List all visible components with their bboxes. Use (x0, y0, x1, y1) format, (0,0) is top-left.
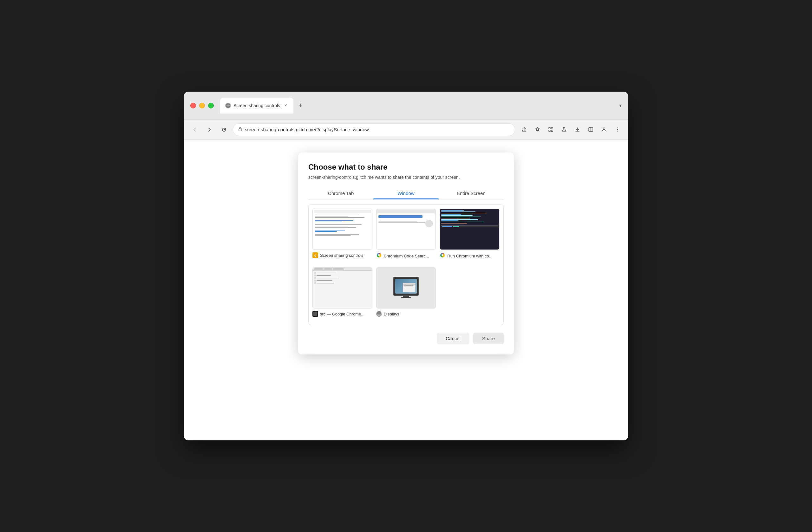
glitch-icon: g (313, 252, 318, 258)
window-label-screen-sharing: g Screen sharing controls (313, 252, 372, 258)
svg-point-20 (442, 255, 444, 256)
chrome-svg (376, 252, 382, 258)
window-name-screen-sharing: Screen sharing controls (320, 253, 363, 258)
window-thumbnail-screen-sharing (313, 209, 372, 250)
nav-bar: screen-sharing-controls.glitch.me/?displ… (184, 119, 628, 140)
title-bar: Screen sharing controls ✕ + ▾ (184, 92, 628, 119)
maximize-button[interactable] (208, 103, 214, 108)
tab-list-chevron[interactable]: ▾ (619, 102, 622, 108)
page-content: Choose what to share screen-sharing-cont… (184, 140, 628, 440)
modal-title: Choose what to share (308, 163, 504, 172)
svg-point-13 (603, 128, 605, 130)
chrome-icon-search (376, 252, 382, 259)
cancel-button[interactable]: Cancel (437, 332, 469, 344)
flask-icon (562, 127, 567, 132)
modal-footer: Cancel Share (308, 332, 504, 344)
back-icon (192, 127, 198, 133)
window-thumbnail-displays (376, 267, 436, 309)
window-item-chromium-search[interactable]: Chromium Code Searc... (376, 209, 436, 264)
svg-point-18 (378, 255, 380, 256)
chrome-svg-2 (440, 252, 445, 258)
forward-icon (206, 127, 212, 133)
tab-title: Screen sharing controls (233, 103, 280, 108)
modal-subtitle: screen-sharing-controls.glitch.me wants … (308, 175, 504, 180)
tab-favicon (225, 103, 231, 108)
window-item-displays[interactable]: Displays (376, 267, 436, 321)
tab-bar: Screen sharing controls ✕ + ▾ (220, 98, 622, 114)
window-grid-empty (440, 267, 499, 321)
minimize-button[interactable] (199, 103, 205, 108)
star-icon (535, 127, 540, 132)
share-icon (521, 127, 527, 132)
window-label-displays: Displays (376, 311, 436, 317)
window-thumbnail-run-chromium (440, 209, 499, 250)
extensions-button[interactable] (545, 124, 556, 135)
svg-point-16 (617, 131, 618, 132)
share-dialog: Choose what to share screen-sharing-cont… (298, 152, 514, 354)
active-tab[interactable]: Screen sharing controls ✕ (220, 98, 293, 114)
download-button[interactable] (571, 124, 583, 135)
svg-point-1 (227, 104, 229, 107)
window-label-chromium-search: Chromium Code Searc... (376, 252, 436, 259)
svg-point-0 (226, 104, 230, 107)
window-grid: g Screen sharing controls (308, 205, 504, 325)
share-page-button[interactable] (518, 124, 530, 135)
tab-window[interactable]: Window (373, 187, 438, 199)
split-icon (588, 127, 593, 132)
back-button[interactable] (189, 124, 201, 135)
close-button[interactable] (190, 103, 196, 108)
download-icon (575, 127, 580, 132)
window-name-run-chromium: Run Chromium with co... (447, 254, 492, 258)
nav-actions (518, 124, 623, 135)
reload-button[interactable] (218, 124, 230, 135)
window-item-run-chromium[interactable]: Run Chromium with co... (440, 209, 499, 264)
lock-icon (238, 127, 242, 132)
browser-window: Screen sharing controls ✕ + ▾ (184, 92, 628, 440)
window-thumbnail-chromium-search (376, 209, 436, 250)
kebab-menu-icon (615, 127, 620, 132)
displays-icon (376, 311, 382, 317)
modal-overlay: Choose what to share screen-sharing-cont… (298, 152, 514, 354)
share-button[interactable]: Share (473, 332, 504, 344)
tab-close-button[interactable]: ✕ (282, 103, 288, 108)
svg-rect-8 (551, 130, 553, 132)
svg-rect-6 (551, 128, 553, 129)
svg-point-14 (617, 128, 618, 129)
forward-button[interactable] (204, 124, 215, 135)
tab-entire-screen[interactable]: Entire Screen (439, 187, 504, 199)
menu-button[interactable] (611, 124, 623, 135)
svg-rect-7 (549, 130, 550, 132)
svg-rect-5 (549, 128, 550, 129)
profile-icon (601, 127, 607, 132)
globe-icon (226, 103, 230, 108)
window-name-src: src — Google Chrome... (320, 312, 364, 316)
src-icon (313, 311, 318, 317)
window-item-screen-sharing[interactable]: g Screen sharing controls (313, 209, 372, 264)
address-text: screen-sharing-controls.glitch.me/?displ… (245, 127, 510, 132)
profile-button[interactable] (598, 124, 610, 135)
svg-point-15 (617, 129, 618, 130)
traffic-lights (190, 103, 214, 108)
new-tab-button[interactable]: + (295, 100, 306, 111)
split-view-button[interactable] (585, 124, 596, 135)
window-label-run-chromium: Run Chromium with co... (440, 252, 499, 259)
bookmark-button[interactable] (532, 124, 543, 135)
share-tabs: Chrome Tab Window Entire Screen (308, 187, 504, 200)
lock-svg (238, 127, 242, 131)
svg-rect-4 (239, 129, 242, 131)
puzzle-icon (548, 127, 553, 132)
window-thumbnail-src (313, 267, 372, 309)
window-name-displays: Displays (384, 312, 399, 316)
tab-chrome-tab[interactable]: Chrome Tab (308, 187, 373, 199)
flask-button[interactable] (558, 124, 570, 135)
window-name-chromium-search: Chromium Code Searc... (384, 254, 429, 258)
svg-rect-21 (377, 312, 381, 315)
window-label-src: src — Google Chrome... (313, 311, 372, 317)
window-item-src[interactable]: src — Google Chrome... (313, 267, 372, 321)
address-bar[interactable]: screen-sharing-controls.glitch.me/?displ… (233, 123, 515, 136)
reload-icon (221, 127, 227, 133)
chrome-icon-run (440, 252, 445, 259)
